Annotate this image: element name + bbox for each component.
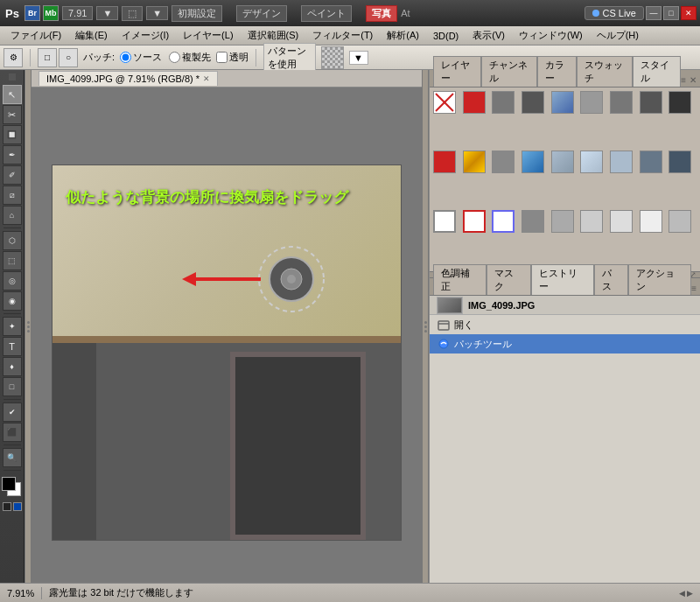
restore-btn[interactable]: □ bbox=[663, 6, 679, 20]
layout-dropdown[interactable]: ▼ bbox=[146, 6, 168, 20]
style-cell-18[interactable] bbox=[668, 150, 691, 173]
history-item-patch[interactable]: パッチツール bbox=[430, 334, 700, 354]
initial-btn[interactable]: 初期設定 bbox=[172, 5, 222, 22]
tool-shape[interactable]: □ bbox=[3, 377, 22, 396]
tool-blur[interactable]: ◎ bbox=[3, 271, 22, 290]
style-cell-2[interactable] bbox=[463, 91, 486, 114]
layout-btn[interactable]: ⬚ bbox=[122, 6, 143, 21]
tab-color[interactable]: カラー bbox=[537, 56, 578, 87]
radio-source[interactable]: ソース bbox=[120, 51, 162, 64]
cs-live-btn[interactable]: CS Live bbox=[584, 6, 644, 20]
menu-file[interactable]: ファイル(F) bbox=[4, 27, 68, 44]
tool-selection[interactable]: ↖ bbox=[3, 85, 22, 104]
bottom-panel-menu[interactable]: ≡ bbox=[691, 284, 696, 293]
photo-mode-btn[interactable]: 写真 bbox=[366, 5, 397, 22]
br-logo[interactable]: Br bbox=[24, 5, 40, 21]
style-cell-24[interactable] bbox=[580, 210, 603, 233]
style-cell-27[interactable] bbox=[668, 210, 691, 233]
tool-notes[interactable]: ✔ bbox=[3, 402, 22, 422]
style-cell-6[interactable] bbox=[580, 91, 603, 114]
style-cell-4[interactable] bbox=[522, 91, 544, 114]
history-item-open[interactable]: 開く bbox=[430, 315, 700, 334]
rect-opt[interactable]: □ bbox=[38, 48, 57, 67]
menu-3d[interactable]: 3D(D) bbox=[426, 29, 466, 43]
menu-view[interactable]: 表示(V) bbox=[466, 27, 512, 44]
style-cell-23[interactable] bbox=[551, 210, 574, 233]
close-btn[interactable]: ✕ bbox=[681, 6, 696, 20]
style-cell-17[interactable] bbox=[640, 150, 662, 173]
tool-brush[interactable]: ✐ bbox=[3, 165, 22, 185]
style-cell-20[interactable] bbox=[463, 210, 486, 233]
tool-path-select[interactable]: ♦ bbox=[3, 357, 22, 376]
menu-image[interactable]: イメージ(I) bbox=[115, 27, 176, 44]
format-dropdown[interactable]: ▼ bbox=[96, 6, 118, 20]
doc-tab-close[interactable]: ✕ bbox=[203, 74, 210, 83]
btab-paths[interactable]: パス bbox=[594, 264, 629, 295]
tab-channel[interactable]: チャンネル bbox=[481, 56, 537, 87]
style-cell-25[interactable] bbox=[610, 210, 633, 233]
style-cell-7[interactable] bbox=[610, 91, 633, 114]
menu-filter[interactable]: フィルター(T) bbox=[305, 27, 380, 44]
pattern-dropdown[interactable]: ▼ bbox=[349, 51, 368, 65]
btab-mask[interactable]: マスク bbox=[486, 264, 530, 295]
tool-eraser[interactable]: ⬡ bbox=[3, 231, 22, 250]
normal-mode[interactable] bbox=[3, 502, 11, 511]
tool-eyedropper[interactable]: 🔲 bbox=[3, 125, 22, 144]
doc-tab-item[interactable]: IMG_4099.JPG @ 7.91% (RGB/8) * ✕ bbox=[38, 71, 218, 86]
tool-crop[interactable]: ✂ bbox=[3, 105, 22, 124]
nav-left[interactable]: ◀ bbox=[679, 589, 685, 598]
style-cell-21[interactable] bbox=[492, 210, 514, 233]
style-cell-13[interactable] bbox=[522, 150, 544, 173]
style-cell-14[interactable] bbox=[551, 150, 574, 173]
tool-dodge[interactable]: ◉ bbox=[3, 291, 22, 311]
minimize-btn[interactable]: — bbox=[646, 6, 662, 20]
tool-measure[interactable]: ⬛ bbox=[3, 423, 22, 442]
panel-menu-icon[interactable]: ≡ bbox=[681, 75, 686, 85]
menu-layer[interactable]: レイヤー(L) bbox=[176, 27, 240, 44]
pattern-btn[interactable]: パターンを使用 bbox=[263, 43, 316, 73]
panel-close-icon[interactable]: ✕ bbox=[690, 75, 696, 85]
tab-layer[interactable]: レイヤー bbox=[433, 56, 481, 87]
style-cell-19[interactable] bbox=[433, 210, 456, 233]
right-panel-handle[interactable] bbox=[422, 70, 429, 583]
tab-swatches[interactable]: スウォッチ bbox=[577, 56, 633, 87]
tool-text[interactable]: T bbox=[3, 337, 22, 356]
tool-options-icon[interactable]: ⚙ bbox=[4, 48, 23, 67]
menu-window[interactable]: ウィンドウ(W) bbox=[512, 27, 590, 44]
menu-analysis[interactable]: 解析(A) bbox=[380, 27, 426, 44]
quick-mask[interactable] bbox=[13, 502, 22, 511]
design-btn[interactable]: デザイン bbox=[236, 5, 287, 22]
checkbox-transparent[interactable]: 透明 bbox=[216, 51, 248, 64]
style-cell-11[interactable] bbox=[463, 150, 486, 173]
tool-gradient[interactable]: ⬚ bbox=[3, 251, 22, 270]
style-cell-3[interactable] bbox=[492, 91, 514, 114]
mb-logo[interactable]: Mb bbox=[43, 5, 59, 21]
btab-actions[interactable]: アクション bbox=[628, 264, 691, 295]
tool-pen[interactable]: ✦ bbox=[3, 317, 22, 336]
radio-dest[interactable]: 複製先 bbox=[169, 51, 211, 64]
btab-history[interactable]: ヒストリー bbox=[531, 264, 594, 295]
tool-zoom[interactable]: 🔍 bbox=[3, 448, 22, 467]
style-cell-16[interactable] bbox=[610, 150, 633, 173]
style-cell-15[interactable] bbox=[580, 150, 603, 173]
fg-color[interactable] bbox=[2, 477, 16, 491]
style-cell-12[interactable] bbox=[492, 150, 514, 173]
style-cell-22[interactable] bbox=[522, 210, 544, 233]
btab-adjustment[interactable]: 色調補正 bbox=[433, 264, 486, 295]
pattern-preview[interactable] bbox=[321, 46, 344, 69]
menu-edit[interactable]: 編集(E) bbox=[68, 27, 115, 44]
style-cell-26[interactable] bbox=[640, 210, 662, 233]
left-panel-handle[interactable] bbox=[24, 70, 32, 583]
tool-history-brush[interactable]: ⌂ bbox=[3, 206, 22, 225]
menu-help[interactable]: ヘルプ(H) bbox=[590, 27, 646, 44]
style-cell-9[interactable] bbox=[668, 91, 691, 114]
nav-right[interactable]: ▶ bbox=[687, 589, 693, 598]
circle-opt[interactable]: ○ bbox=[59, 48, 78, 67]
tool-heal[interactable]: ✒ bbox=[3, 145, 22, 164]
style-cell-1[interactable] bbox=[433, 91, 456, 114]
tab-styles[interactable]: スタイル bbox=[633, 56, 681, 87]
paint-btn[interactable]: ペイント bbox=[301, 5, 352, 22]
tool-clone[interactable]: ⧄ bbox=[3, 186, 22, 205]
style-cell-5[interactable] bbox=[551, 91, 574, 114]
style-cell-8[interactable] bbox=[640, 91, 662, 114]
